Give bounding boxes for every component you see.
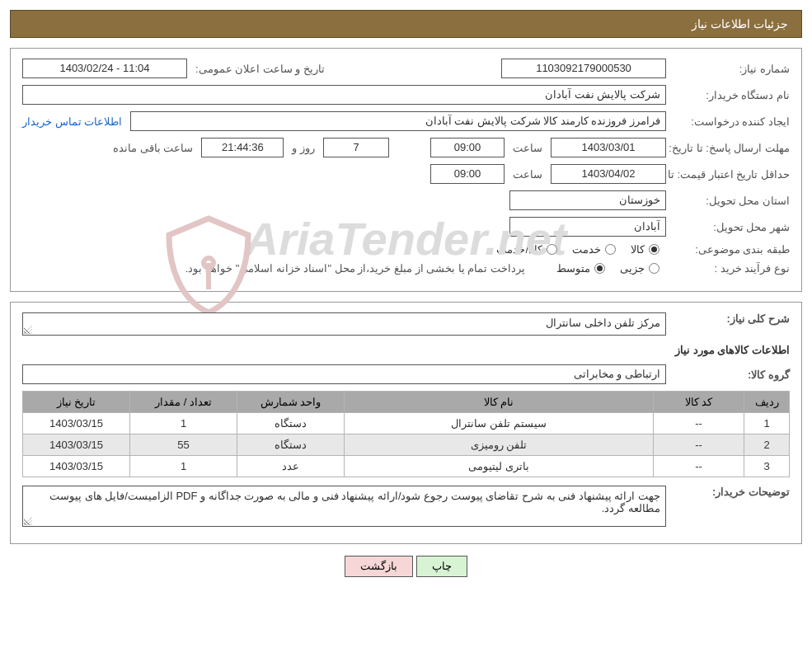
th-qty: تعداد / مقدار [130,392,237,413]
need-no-label: شماره نیاز: [674,63,790,75]
radio-goods[interactable] [649,244,659,255]
cell-code: -- [654,456,744,477]
group-label: گروه کالا: [674,369,790,381]
validity-hour-field[interactable]: 09:00 [430,164,505,184]
desc-field[interactable]: مرکز تلفن داخلی سانترال [22,312,666,336]
process-label: نوع فرآیند خرید : [674,262,790,275]
cell-idx: 3 [744,456,790,477]
announce-field[interactable]: 1403/02/24 - 11:04 [22,59,187,78]
table-row: 1--سیستم تلفن سانترالدستگاه11403/03/15 [23,413,790,434]
class-label: طبقه بندی موضوعی: [674,243,790,256]
deadline-hour-label: ساعت [513,142,542,154]
radio-service[interactable] [605,244,616,255]
group-field[interactable]: ارتباطی و مخابراتی [22,364,666,384]
th-idx: ردیف [744,392,790,413]
cell-name: سیستم تلفن سانترال [345,413,654,434]
cell-unit: دستگاه [237,413,345,434]
goods-table: ردیف کد کالا نام کالا واحد شمارش تعداد /… [22,391,790,477]
desc-label: شرح کلی نیاز: [674,312,790,325]
cell-name: تلفن رومیزی [345,434,654,456]
cell-code: -- [654,434,744,456]
validity-date-field[interactable]: 1403/04/02 [551,164,666,184]
creator-field[interactable]: فرامرز فروزنده کارمند کالا شرکت پالایش ن… [130,111,666,131]
validity-label: حداقل تاریخ اعتبار قیمت: تا تاریخ: [674,168,790,181]
cell-name: باتری لیتیومی [345,456,654,477]
print-button[interactable]: چاپ [416,556,467,577]
cell-date: 1403/03/15 [23,434,130,456]
th-code: کد کالا [654,392,744,413]
resize-icon [24,517,32,525]
announce-label: تاریخ و ساعت اعلان عمومی: [195,63,325,75]
back-button[interactable]: بازگشت [345,556,413,577]
cell-qty: 1 [130,413,237,434]
buyer-field[interactable]: شرکت پالایش نفت آبادان [22,85,666,105]
city-label: شهر محل تحویل: [674,221,790,233]
buyer-label: نام دستگاه خریدار: [674,89,790,101]
radio-both-label: کالا/خدمت [496,243,542,256]
city-field[interactable]: آبادان [509,217,666,237]
cell-qty: 1 [130,456,237,477]
buyer-notes-field[interactable]: جهت ارائه پیشنهاد فنی به شرح تقاضای پیوس… [22,486,666,527]
cell-qty: 55 [130,434,237,456]
cell-idx: 2 [744,434,790,456]
radio-medium[interactable] [594,263,605,274]
footer-buttons: چاپ بازگشت [10,556,802,577]
remain-suffix: ساعت باقی مانده [113,142,193,154]
panel-need-info: شماره نیاز: 1103092179000530 تاریخ و ساع… [10,48,802,292]
radio-minor-label: جزیی [620,262,645,275]
days-label: روز و [292,142,315,154]
cell-date: 1403/03/15 [23,456,130,477]
page-header: جزئیات اطلاعات نیاز [10,10,802,38]
radio-both[interactable] [547,244,557,255]
resize-icon [24,326,32,334]
cell-code: -- [654,413,744,434]
cell-unit: عدد [237,456,345,477]
page-title: جزئیات اطلاعات نیاز [692,17,788,31]
cell-idx: 1 [744,413,790,434]
panel-goods: شرح کلی نیاز: مرکز تلفن داخلی سانترال اط… [10,302,802,544]
table-row: 2--تلفن رومیزیدستگاه551403/03/15 [23,434,790,456]
goods-info-title: اطلاعات کالاهای مورد نیاز [22,344,790,356]
days-field[interactable]: 7 [323,138,389,157]
province-field[interactable]: خوزستان [509,190,666,210]
th-date: تاریخ نیاز [23,392,130,413]
validity-hour-label: ساعت [513,168,542,181]
deadline-date-field[interactable]: 1403/03/01 [551,138,666,157]
radio-medium-label: متوسط [556,262,590,275]
table-row: 3--باتری لیتیومیعدد11403/03/15 [23,456,790,477]
process-note: پرداخت تمام یا بخشی از مبلغ خرید،از محل … [185,262,525,275]
th-name: نام کالا [345,392,654,413]
table-header-row: ردیف کد کالا نام کالا واحد شمارش تعداد /… [23,392,790,413]
contact-link[interactable]: اطلاعات تماس خریدار [22,115,122,128]
deadline-label: مهلت ارسال پاسخ: تا تاریخ: [674,142,790,154]
radio-goods-label: کالا [631,243,645,256]
remain-time-field[interactable]: 21:44:36 [201,138,284,157]
cell-date: 1403/03/15 [23,413,130,434]
radio-minor[interactable] [649,263,659,274]
radio-service-label: خدمت [572,243,601,256]
buyer-notes-label: توضیحات خریدار: [674,486,790,498]
th-unit: واحد شمارش [237,392,345,413]
deadline-hour-field[interactable]: 09:00 [430,138,505,157]
province-label: استان محل تحویل: [674,195,790,207]
cell-unit: دستگاه [237,434,345,456]
need-no-field[interactable]: 1103092179000530 [501,59,666,78]
creator-label: ایجاد کننده درخواست: [674,115,790,128]
